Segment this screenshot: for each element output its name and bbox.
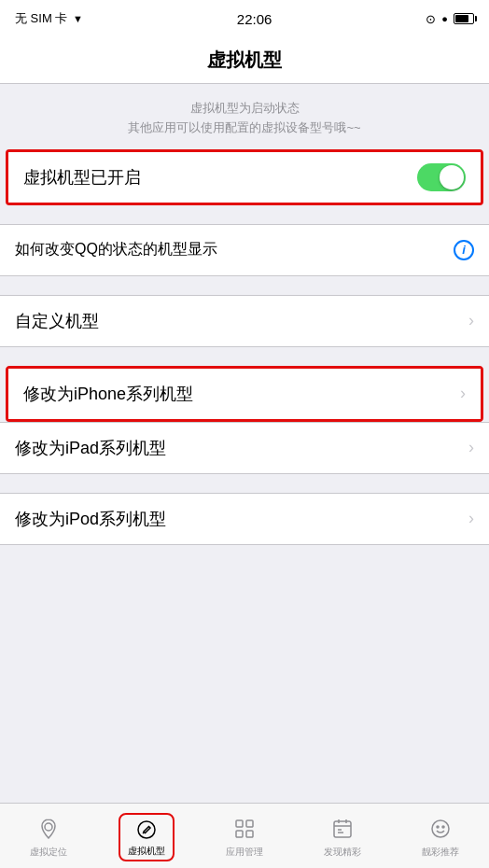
tab-virtual[interactable]: 虚拟机型 xyxy=(98,804,196,868)
svg-point-0 xyxy=(45,823,52,831)
ipod-section: 修改为iPod系列机型 › xyxy=(0,493,489,545)
nav-bar: 虚拟机型 xyxy=(0,37,489,84)
tab-recommend-label: 靓彩推荐 xyxy=(422,846,459,859)
svg-point-9 xyxy=(442,826,444,828)
svg-rect-5 xyxy=(246,831,253,837)
iphone-row[interactable]: 修改为iPhone系列机型 › xyxy=(8,369,481,419)
toggle-section-wrapper: 虚拟机型已开启 xyxy=(4,149,485,205)
content-area: 虚拟机型为启动状态 其他应用可以使用配置的虚拟设备型号哦~~ 虚拟机型已开启 如… xyxy=(0,84,489,803)
chevron-icon: › xyxy=(468,311,474,330)
ipad-label: 修改为iPad系列机型 xyxy=(15,437,166,459)
tab-virtual-label: 虚拟机型 xyxy=(128,845,165,858)
ipod-row[interactable]: 修改为iPod系列机型 › xyxy=(0,494,489,544)
virtual-icon xyxy=(133,817,160,843)
tab-apps-label: 应用管理 xyxy=(226,846,263,859)
svg-rect-2 xyxy=(236,820,243,827)
iphone-label: 修改为iPhone系列机型 xyxy=(23,383,193,405)
discover-icon xyxy=(329,816,356,842)
chevron-icon-ipad: › xyxy=(468,438,474,457)
tab-location-label: 虚拟定位 xyxy=(30,846,67,859)
status-bar: 无 SIM 卡 ▼ 22:06 ⊙ ● xyxy=(0,0,489,37)
custom-section: 自定义机型 › xyxy=(0,295,489,347)
battery-icon xyxy=(454,13,474,24)
status-icons: ⊙ ● xyxy=(426,12,474,26)
svg-point-8 xyxy=(437,826,439,828)
svg-point-7 xyxy=(432,820,449,837)
qq-label: 如何改变QQ的状态的机型显示 xyxy=(15,240,217,259)
description-line1: 虚拟机型为启动状态 xyxy=(19,99,470,119)
apps-icon xyxy=(231,816,258,842)
toggle-row[interactable]: 虚拟机型已开启 xyxy=(8,152,481,203)
tab-location[interactable]: 虚拟定位 xyxy=(0,804,98,868)
svg-rect-4 xyxy=(236,831,243,837)
ipad-section: 修改为iPad系列机型 › xyxy=(0,422,489,474)
status-time: 22:06 xyxy=(237,11,272,27)
toggle-label: 虚拟机型已开启 xyxy=(23,166,141,189)
tab-bar: 虚拟定位 虚拟机型 应用管理 xyxy=(0,803,489,868)
location-icon xyxy=(35,816,62,842)
toggle-highlight-border: 虚拟机型已开启 xyxy=(6,149,483,205)
chevron-icon-iphone: › xyxy=(460,384,466,403)
svg-rect-3 xyxy=(246,820,253,827)
recommend-icon xyxy=(427,816,454,842)
qq-section: 如何改变QQ的状态的机型显示 i xyxy=(0,224,489,276)
toggle-switch[interactable] xyxy=(417,163,466,191)
iphone-section-wrapper: 修改为iPhone系列机型 › xyxy=(4,366,485,422)
toggle-thumb xyxy=(440,165,464,189)
svg-rect-6 xyxy=(334,821,351,837)
description-area: 虚拟机型为启动状态 其他应用可以使用配置的虚拟设备型号哦~~ xyxy=(0,84,489,149)
tab-recommend[interactable]: 靓彩推荐 xyxy=(391,804,489,868)
custom-row[interactable]: 自定义机型 › xyxy=(0,296,489,346)
tab-apps[interactable]: 应用管理 xyxy=(196,804,294,868)
tab-discover-label: 发现精彩 xyxy=(324,846,361,859)
ipod-label: 修改为iPod系列机型 xyxy=(15,508,166,530)
info-icon[interactable]: i xyxy=(454,240,474,260)
description-line2: 其他应用可以使用配置的虚拟设备型号哦~~ xyxy=(19,119,470,138)
tab-discover[interactable]: 发现精彩 xyxy=(293,804,391,868)
sim-label: 无 SIM 卡 ▼ xyxy=(15,10,83,27)
custom-label: 自定义机型 xyxy=(15,310,99,332)
ipad-row[interactable]: 修改为iPad系列机型 › xyxy=(0,423,489,473)
iphone-highlight-border: 修改为iPhone系列机型 › xyxy=(6,366,483,422)
qq-row[interactable]: 如何改变QQ的状态的机型显示 i xyxy=(0,225,489,275)
nav-title: 虚拟机型 xyxy=(207,48,282,73)
chevron-icon-ipod: › xyxy=(468,509,474,528)
